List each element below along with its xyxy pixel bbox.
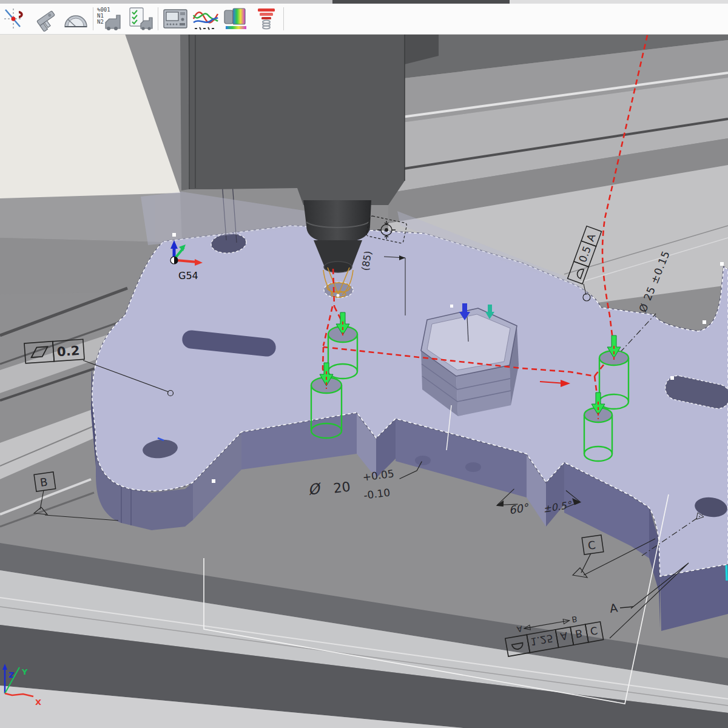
analysis-curves-button[interactable]	[190, 5, 221, 33]
gcode-program-button[interactable]: %001 N1 N2	[95, 5, 126, 33]
svg-text:N1: N1	[97, 13, 104, 19]
caliper-measure-icon	[32, 6, 59, 32]
svg-text:20: 20	[332, 479, 351, 496]
toolbar-separator	[158, 7, 158, 30]
gcode-program-icon: %001 N1 N2	[96, 5, 125, 32]
caliper-measure-button[interactable]	[30, 5, 61, 33]
application-window: 0.2 (85) Ø 20 +0.05 -0.10	[0, 0, 728, 728]
wcs-label: G54	[178, 270, 198, 281]
verify-checklist-icon	[126, 5, 155, 32]
cnc-panel-button[interactable]	[160, 5, 190, 33]
verify-checklist-button[interactable]	[126, 5, 156, 33]
svg-text:N2: N2	[97, 19, 104, 25]
cnc-panel-icon	[161, 6, 189, 32]
protractor-button[interactable]	[61, 5, 91, 33]
protractor-icon	[62, 6, 90, 32]
thread-screw-icon	[253, 5, 280, 32]
flatness-value: 0.2	[56, 343, 80, 360]
toolbar-separator	[283, 7, 284, 30]
probe-point-button[interactable]	[0, 5, 30, 33]
probe-point-icon	[2, 6, 29, 32]
tool-heatmap-button[interactable]	[221, 5, 251, 33]
analysis-curves-icon	[191, 5, 220, 32]
thread-screw-button[interactable]	[251, 5, 281, 33]
viewport-3d[interactable]: 0.2 (85) Ø 20 +0.05 -0.10	[0, 0, 728, 728]
toolbar: %001 N1 N2	[0, 4, 728, 35]
tool-heatmap-icon	[222, 5, 250, 32]
svg-text:Y: Y	[21, 667, 28, 676]
toolbar-separator	[93, 7, 93, 30]
svg-text:X: X	[35, 698, 41, 707]
svg-text:%001: %001	[97, 7, 110, 13]
